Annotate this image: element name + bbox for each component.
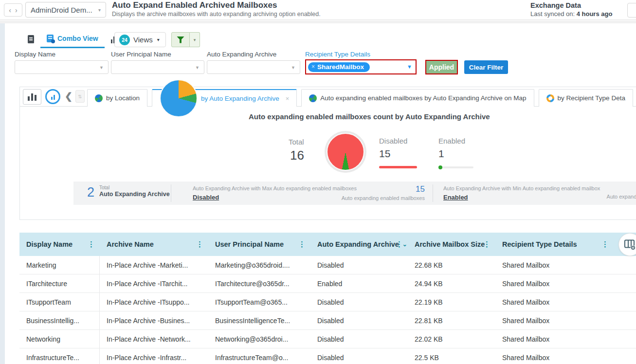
table-cell: InfrastructureTe... bbox=[19, 348, 100, 364]
pie-chart-ring bbox=[325, 131, 366, 173]
corner-button[interactable] bbox=[627, 3, 636, 18]
table-cell: In-Place Archive -Network... bbox=[100, 330, 208, 348]
table-cell: 22.68 KB bbox=[408, 256, 495, 274]
table-gear-icon bbox=[624, 239, 636, 251]
chart-total-block: Total 16 bbox=[289, 138, 304, 163]
legend-dot bbox=[438, 165, 442, 169]
sort-caret-icon[interactable]: ⌄ bbox=[402, 241, 407, 248]
table-row[interactable]: ITarchitectureIn-Place Archive -ITarchit… bbox=[19, 274, 636, 293]
clear-filter-button[interactable]: Clear Filter bbox=[464, 60, 508, 74]
chart-tab-label: by Location bbox=[106, 94, 140, 102]
top-header: ‹ › AdminDroid Dem... ▾ Auto Expand Enab… bbox=[0, 0, 636, 20]
pie-chart[interactable] bbox=[327, 133, 364, 171]
legend-disabled[interactable]: Disabled15 bbox=[379, 137, 417, 168]
column-header-label: Display Name bbox=[26, 240, 73, 248]
globe-icon bbox=[309, 94, 317, 102]
chevron-down-icon: ▾ bbox=[157, 37, 160, 42]
recipient-type-select[interactable]: × SharedMailbox bbox=[305, 59, 417, 74]
column-menu-icon[interactable]: ⋮ bbox=[88, 240, 95, 249]
applied-button[interactable]: Applied bbox=[425, 60, 458, 74]
table-cell: Disabled bbox=[310, 293, 408, 311]
chevron-down-icon: ▼ bbox=[407, 64, 412, 70]
table-cell: 22.02 KB bbox=[408, 330, 495, 348]
page-subtitle: Displays the archive mailboxes with auto… bbox=[112, 11, 321, 18]
table-cell: Enabled bbox=[310, 274, 408, 292]
resize-handle-icon[interactable]: ⇅ bbox=[75, 90, 85, 103]
column-header-auto-expanding-archive[interactable]: Auto Expanding Archive⌄⋮ bbox=[310, 233, 408, 256]
sync-status: Exchange Data Last synced on: 4 hours ag… bbox=[530, 1, 612, 18]
chart-legend: Disabled15Enabled1 bbox=[379, 137, 473, 168]
column-menu-icon[interactable]: ⋮ bbox=[483, 240, 491, 249]
scroll-tabs-left-icon[interactable]: ❮ bbox=[65, 91, 73, 102]
column-header-archive-mailbox-size[interactable]: Archive Mailbox Size⋮ bbox=[408, 233, 495, 256]
chart-tab-label: by Recipient Type Deta bbox=[558, 94, 625, 102]
chart-tab-label: Auto expanding enabled mailboxes by Auto… bbox=[320, 94, 526, 102]
table-cell: BusinessIntellig... bbox=[19, 311, 100, 329]
table-cell: Shared Mailbox bbox=[495, 256, 636, 274]
legend-enabled[interactable]: Enabled1 bbox=[438, 137, 473, 168]
column-menu-icon[interactable]: ⋮ bbox=[396, 240, 403, 249]
summary-total-caption: Total bbox=[99, 185, 109, 190]
column-header-user-principal-name[interactable]: User Principal Name⋮ bbox=[208, 233, 310, 256]
legend-value: 1 bbox=[438, 148, 473, 160]
table-cell: In-Place Archive -Busines... bbox=[100, 311, 208, 329]
chevron-down-icon: ▼ bbox=[195, 65, 200, 70]
back-icon[interactable]: ‹ bbox=[9, 7, 11, 14]
summary-max-count: 15 bbox=[336, 184, 425, 194]
views-dropdown-button[interactable]: 24 Views ▾ bbox=[114, 32, 166, 47]
summary-total-value: 2 bbox=[87, 185, 94, 200]
table-row[interactable]: InfrastructureTe...In-Place Archive -Inf… bbox=[19, 348, 636, 364]
upn-filter-label: User Principal Name bbox=[111, 51, 171, 58]
history-nav: ‹ › bbox=[4, 3, 22, 17]
left-edge-strip bbox=[0, 23, 5, 364]
column-menu-icon[interactable]: ⋮ bbox=[601, 240, 609, 249]
app-window: ‹ › AdminDroid Dem... ▾ Auto Expand Enab… bbox=[0, 0, 636, 364]
summary-total-label: Auto Expanding Archive bbox=[99, 191, 170, 198]
summary-max-link[interactable]: Disabled bbox=[193, 194, 219, 201]
column-header-archive-name[interactable]: Archive Name⋮ bbox=[100, 233, 208, 256]
table-cell: Networking@o365droi... bbox=[208, 330, 310, 348]
filter-button[interactable] bbox=[171, 32, 190, 47]
upn-select[interactable]: ▼ bbox=[111, 60, 204, 74]
combo-view-label: Combo View bbox=[57, 35, 98, 42]
data-grid: Display Name⋮Archive Name⋮User Principal… bbox=[19, 233, 636, 364]
report-view-tab[interactable] bbox=[21, 30, 40, 48]
column-header-recipient-type-details[interactable]: Recipient Type Details⋮ bbox=[495, 233, 636, 256]
legend-bar bbox=[438, 166, 473, 168]
chart-tab-0[interactable]: by Location bbox=[87, 89, 147, 107]
remove-tag-icon[interactable]: × bbox=[311, 63, 315, 70]
chart-tab-2[interactable]: Auto expanding enabled mailboxes by Auto… bbox=[301, 89, 534, 107]
table-cell: 24.94 KB bbox=[408, 274, 495, 292]
chart-tab-3[interactable]: by Recipient Type Deta bbox=[539, 89, 633, 107]
auto-expanding-select[interactable]: ▼ bbox=[207, 60, 300, 74]
forward-icon[interactable]: › bbox=[15, 7, 18, 14]
auto-expanding-filter-label: Auto Expanding Archive bbox=[207, 51, 276, 58]
chart-tab-1[interactable]: by Auto Expanding Archive× bbox=[152, 89, 297, 107]
table-cell: 22.19 KB bbox=[408, 293, 495, 311]
summary-min-link[interactable]: Enabled bbox=[443, 194, 468, 201]
tenant-dropdown[interactable]: AdminDroid Dem... ▾ bbox=[25, 2, 106, 18]
document-icon bbox=[28, 35, 34, 43]
combo-view-tab[interactable]: Combo View bbox=[40, 30, 105, 48]
summary-max-caption: Auto Expanding Archive with Max Auto exp… bbox=[193, 185, 357, 191]
table-row[interactable]: MarketingIn-Place Archive -Marketi...Mar… bbox=[19, 256, 636, 274]
legend-label: Disabled bbox=[379, 137, 417, 145]
column-menu-icon[interactable]: ⋮ bbox=[298, 240, 306, 249]
filter-options-caret[interactable]: ▾ bbox=[190, 32, 200, 47]
chart-carousel-icon[interactable] bbox=[45, 89, 60, 104]
table-cell: In-Place Archive -ITsuppo... bbox=[100, 293, 208, 311]
table-cell: BusinessIntelligenceTe... bbox=[208, 311, 310, 329]
selected-filter-tag[interactable]: × SharedMailbox bbox=[308, 62, 370, 72]
chart-type-button[interactable] bbox=[23, 89, 41, 105]
display-name-select[interactable]: ▼ bbox=[15, 60, 109, 74]
table-row[interactable]: BusinessIntellig...In-Place Archive -Bus… bbox=[19, 311, 636, 330]
table-row[interactable]: ITsupportTeamIn-Place Archive -ITsuppo..… bbox=[19, 293, 636, 311]
summary-strip: 2 Total Auto Expanding Archive Auto Expa… bbox=[73, 182, 636, 205]
close-icon[interactable]: × bbox=[286, 95, 290, 102]
column-header-display-name[interactable]: Display Name⋮ bbox=[19, 233, 100, 256]
table-row[interactable]: NetworkingIn-Place Archive -Network...Ne… bbox=[19, 330, 636, 348]
views-count-badge: 24 bbox=[119, 35, 130, 45]
column-menu-icon[interactable]: ⋮ bbox=[196, 240, 203, 249]
table-cell: Shared Mailbox bbox=[495, 274, 636, 292]
table-cell: ITarchitecture@o365dr... bbox=[208, 274, 310, 292]
